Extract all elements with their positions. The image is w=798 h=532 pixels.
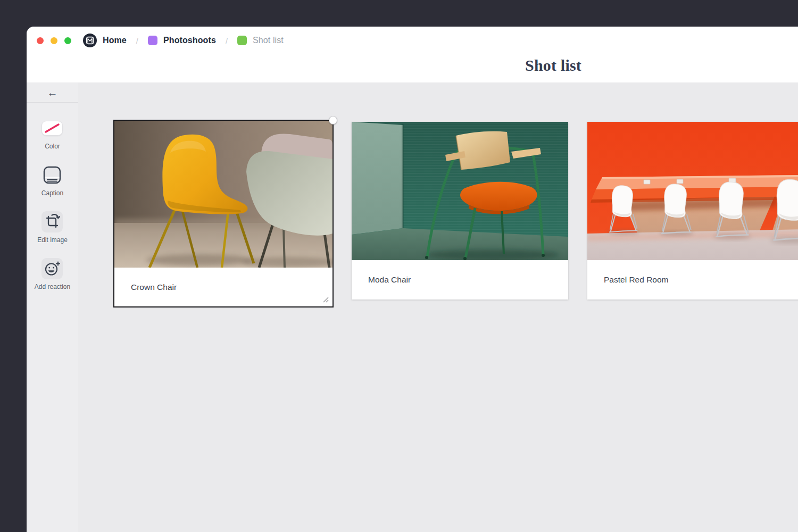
tool-caption[interactable]: Caption [41, 164, 63, 197]
back-arrow-icon: ← [47, 87, 58, 98]
breadcrumb: Home / Photoshoots / Shot list [83, 33, 284, 48]
toolbar-sidebar: ← Color [27, 82, 79, 532]
pastel-red-room-image [587, 122, 798, 260]
milanote-logo-icon [83, 34, 97, 47]
tool-color[interactable]: Color [41, 118, 63, 150]
crop-rotate-icon [41, 211, 63, 232]
card-crown-chair[interactable]: Crown Chair [114, 121, 332, 306]
breadcrumb-label: Home [103, 36, 127, 45]
tool-list: Color Caption [35, 103, 70, 305]
resize-handle-icon[interactable] [321, 295, 330, 304]
caption-icon [41, 164, 63, 186]
window-controls [37, 37, 71, 44]
breadcrumb-separator: / [136, 36, 138, 45]
breadcrumb-label: Photoshoots [163, 36, 216, 45]
card-pastel-red-room[interactable]: Pastel Red Room [587, 122, 798, 300]
zoom-window-button[interactable] [64, 37, 71, 44]
minimize-window-button[interactable] [51, 37, 57, 44]
breadcrumb-separator: / [226, 36, 228, 45]
close-window-button[interactable] [37, 37, 44, 44]
breadcrumb-item-home[interactable]: Home [83, 34, 127, 47]
color-swatch-icon [41, 121, 63, 136]
card-caption[interactable]: Crown Chair [114, 268, 332, 306]
app-window: Home / Photoshoots / Shot list Shot list… [27, 27, 798, 532]
breadcrumb-item-photoshoots[interactable]: Photoshoots [148, 36, 216, 45]
board-icon [148, 36, 157, 45]
collapse-sidebar-button[interactable]: ← [27, 82, 78, 102]
breadcrumb-label: Shot list [253, 36, 284, 45]
tool-add-reaction[interactable]: Add reaction [35, 258, 70, 290]
tool-edit-image[interactable]: Edit image [37, 211, 68, 244]
smiley-plus-icon [41, 258, 63, 279]
tool-label: Color [45, 143, 60, 150]
board-title[interactable]: Shot list [525, 56, 581, 74]
tool-label: Caption [41, 189, 63, 197]
tool-label: Add reaction [35, 283, 70, 290]
breadcrumb-item-shot-list: Shot list [237, 36, 284, 45]
tool-label: Edit image [37, 236, 68, 244]
card-caption[interactable]: Pastel Red Room [587, 260, 798, 300]
board-icon [237, 36, 247, 45]
crown-chair-image [114, 121, 332, 268]
header-bar: Home / Photoshoots / Shot list Shot list [27, 27, 798, 82]
moda-chair-image [352, 122, 568, 260]
card-caption[interactable]: Moda Chair [352, 260, 568, 300]
selection-handle[interactable] [329, 116, 337, 124]
board-canvas[interactable]: Crown Chair [78, 82, 798, 532]
card-moda-chair[interactable]: Moda Chair [352, 122, 568, 300]
